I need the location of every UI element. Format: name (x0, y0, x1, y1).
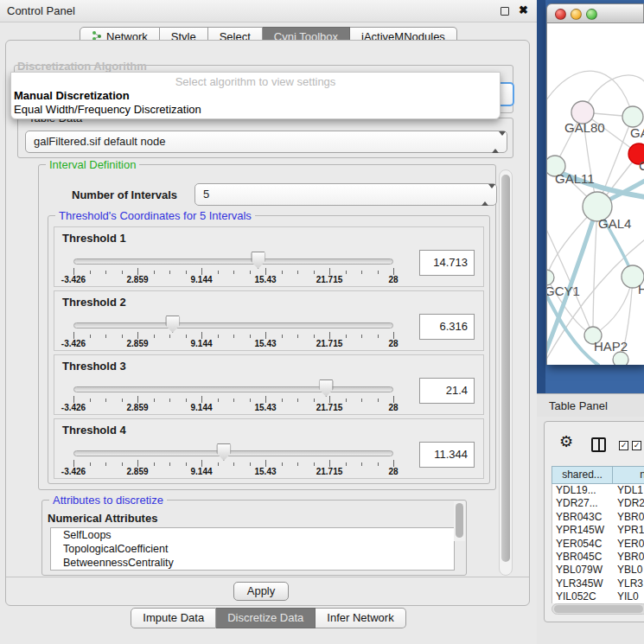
dropdown-option-manual-discretization[interactable]: Manual Discretization (14, 89, 130, 102)
scrollbar-thumb[interactable] (456, 503, 463, 538)
close-traffic-light-icon[interactable] (555, 9, 566, 20)
table-panel-title: Table Panel (549, 399, 608, 412)
node-partial[interactable] (613, 352, 628, 365)
slider-track[interactable] (73, 386, 393, 392)
control-panel-titlebar: Control Panel ✖ (0, 0, 537, 22)
discretization-algorithm-title: Discretization Algorithm (17, 60, 147, 73)
dropdown-hint: Select algorithm to view settings (11, 75, 500, 88)
control-panel: Control Panel ✖ NetworkStyleSelectCyni T… (0, 0, 537, 644)
slider-tick-labels: -3.4262.8599.14415.4321.71528 (73, 403, 393, 413)
list-item-topologicalcoefficient[interactable]: TopologicalCoefficient (51, 542, 454, 556)
dropdown-option-equal-width-frequency[interactable]: Equal Width/Frequency Discretization (14, 103, 201, 116)
table-row[interactable]: YBL079WYBL0 (552, 564, 644, 577)
minimize-traffic-light-icon[interactable] (571, 9, 582, 20)
checkbox-icon[interactable]: ✓ (632, 441, 641, 450)
table-data-value: galFiltered.sif default node (34, 135, 165, 148)
scrollbar-thumb[interactable] (554, 605, 643, 613)
column-layout-icon[interactable] (591, 437, 606, 452)
threshold-label: Threshold 1 (62, 232, 126, 245)
desktop-edge (537, 0, 545, 393)
threshold-value-field[interactable]: 6.316 (419, 314, 475, 340)
table-data-group: Table Data galFiltered.sif default node (17, 118, 513, 158)
checkbox-icon[interactable]: ✓ (619, 441, 628, 450)
cell-name: YLR3 (614, 577, 644, 590)
table-body[interactable]: YDL19...YDL1YDR27...YDR2YBR043CYBR0YPR14… (552, 484, 644, 603)
threshold-label: Threshold 4 (62, 424, 126, 437)
cell-name: YDR2 (614, 497, 644, 510)
algorithm-dropdown-popup: Select algorithm to view settings Manual… (10, 72, 501, 119)
slider-thumb[interactable] (216, 443, 231, 461)
bottom-tab-infer-network[interactable]: Infer Network (316, 608, 405, 628)
table-row[interactable]: YBR043CYBR0 (552, 511, 644, 524)
cell-shared-name: YBR043C (552, 511, 614, 524)
table-panel-region: Table Panel ⚙ ✓ ✓ shared... n YDL19...YD… (537, 393, 644, 644)
table-row[interactable]: YDL19...YDL1 (552, 484, 644, 497)
cell-shared-name: YDL19... (552, 484, 614, 497)
slider-thumb[interactable] (251, 252, 265, 269)
gear-icon[interactable]: ⚙ (559, 432, 573, 451)
threshold-panel-4: Threshold 4-3.4262.8599.14415.4321.71528… (54, 418, 484, 479)
cell-name: YBL0 (614, 564, 644, 577)
slider-tick-labels: -3.4262.8599.14415.4321.71528 (73, 339, 393, 349)
apply-button[interactable]: Apply (233, 582, 289, 601)
numerical-attributes-header: Numerical Attributes (48, 512, 157, 525)
thresholds-group: Threshold's Coordinates for 5 Intervals … (48, 215, 490, 484)
numerical-attributes-list[interactable]: SelfLoopsTopologicalCoefficientBetweenne… (50, 527, 455, 571)
cell-shared-name: YDR27... (552, 497, 614, 510)
attributes-list-scrollbar[interactable] (454, 501, 465, 541)
column-header-shared-name[interactable]: shared... (552, 466, 613, 484)
float-window-icon[interactable] (501, 7, 509, 16)
network-window-titlebar (546, 3, 644, 23)
slider-track[interactable] (73, 450, 393, 456)
cell-name: YBR0 (614, 511, 644, 524)
cell-shared-name: YIL052C (552, 590, 614, 603)
scrollbar-thumb[interactable] (501, 175, 510, 562)
bottom-tab-discretize-data[interactable]: Discretize Data (216, 608, 316, 628)
slider-track[interactable] (73, 258, 393, 265)
network-canvas[interactable]: GAL80 GA C GAL11 GAL4 GCY1 H HAP2 (546, 23, 644, 365)
number-of-intervals-combobox[interactable]: 5 (194, 183, 497, 206)
table-row[interactable]: YLR345WYLR3 (552, 577, 644, 590)
apply-row: Apply (6, 577, 529, 605)
threshold-panel-1: Threshold 1-3.4262.8599.14415.4321.71528… (54, 226, 484, 287)
cell-name: YIL0 (614, 590, 644, 603)
threshold-value-field[interactable]: 11.344 (419, 442, 475, 468)
bottom-tab-impute-data[interactable]: Impute Data (131, 608, 216, 628)
cell-shared-name: YPR145W (552, 524, 614, 537)
slider-tick-labels: -3.4262.8599.14415.4321.71528 (73, 275, 393, 285)
table-row[interactable]: YBR045CYBR0 (552, 551, 644, 564)
slider-thumb[interactable] (319, 379, 334, 397)
cell-name: YDL1 (614, 484, 644, 497)
number-of-intervals-label: Number of Intervals (72, 188, 177, 201)
table-row[interactable]: YIL052CYIL0 (552, 590, 644, 603)
table-row[interactable]: YPR145WYPR1 (552, 524, 644, 537)
node-ga[interactable] (622, 106, 643, 127)
table-data-combobox[interactable]: galFiltered.sif default node (25, 131, 507, 153)
number-of-intervals-value: 5 (203, 188, 209, 201)
column-header-name[interactable]: n (613, 466, 644, 484)
list-item-selfloops[interactable]: SelfLoops (51, 528, 454, 542)
cell-shared-name: YLR345W (552, 577, 614, 590)
table-horizontal-scrollbar[interactable] (552, 603, 644, 615)
node-label-c: C (639, 158, 644, 173)
node-label-gcy1: GCY1 (547, 284, 580, 298)
slider-thumb[interactable] (165, 316, 180, 333)
threshold-value-field[interactable]: 14.713 (419, 250, 475, 276)
table-row[interactable]: YDR27...YDR2 (552, 497, 644, 510)
attributes-group: Attributes to discretize Numerical Attri… (41, 500, 467, 576)
interval-definition-title: Interval Definition (46, 158, 139, 171)
bottom-tab-label: Impute Data (143, 611, 204, 624)
combo-stepper-icon (481, 188, 489, 201)
bottom-tab-bar: Impute DataDiscretize DataInfer Network (0, 608, 537, 628)
threshold-value-field[interactable]: 21.4 (419, 378, 475, 404)
threshold-label: Threshold 2 (62, 296, 126, 309)
node-label-gal4: GAL4 (598, 216, 631, 231)
content-vertical-scrollbar[interactable] (499, 169, 513, 576)
zoom-traffic-light-icon[interactable] (586, 9, 597, 20)
table-header-row: shared... n (552, 466, 644, 484)
slider-track[interactable] (73, 322, 393, 328)
table-row[interactable]: YER054CYER0 (552, 538, 644, 551)
attributes-group-title: Attributes to discretize (49, 494, 167, 507)
list-item-betweennesscentrality[interactable]: BetweennessCentrality (51, 556, 454, 570)
close-icon[interactable]: ✖ (519, 3, 528, 16)
